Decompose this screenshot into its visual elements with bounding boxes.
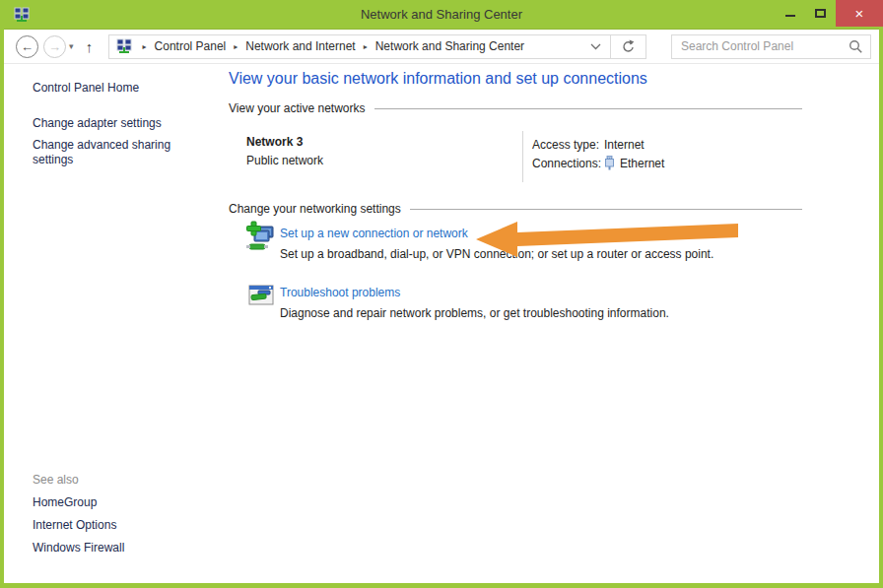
up-button[interactable]: ↑ — [80, 38, 100, 55]
close-icon: × — [855, 6, 864, 21]
network-type: Public network — [246, 152, 522, 170]
new-connection-icon — [245, 221, 277, 252]
breadcrumb-item-network-sharing-center[interactable]: Network and Sharing Center — [374, 39, 526, 53]
minimize-icon — [785, 15, 795, 17]
page-title: View your basic network information and … — [229, 70, 879, 88]
breadcrumb-item-control-panel[interactable]: Control Panel — [153, 39, 229, 53]
network-identity: Network 3 Public network — [246, 131, 522, 182]
search-box — [671, 34, 871, 59]
titlebar[interactable]: Network and Sharing Center × — [4, 0, 879, 30]
forward-icon: → — [48, 40, 61, 53]
navigation-toolbar: ← → ▾ ↑ ▸ Control Panel ▸ Network and In… — [4, 30, 879, 64]
section-divider — [410, 209, 802, 210]
access-type-row: Access type: Internet — [532, 135, 664, 154]
networking-settings-label: Change your networking settings — [229, 202, 401, 216]
network-details: Access type: Internet Connections: — [523, 131, 664, 182]
window-title: Network and Sharing Center — [4, 7, 879, 22]
close-button[interactable]: × — [836, 0, 883, 27]
minimize-button[interactable] — [775, 0, 805, 27]
see-also-label: See also — [33, 473, 209, 488]
sidebar-item-control-panel-home[interactable]: Control Panel Home — [33, 81, 209, 96]
setup-connection-description: Set up a broadband, dial-up, or VPN conn… — [280, 247, 713, 262]
back-button[interactable]: ← — [16, 35, 38, 58]
access-type-value: Internet — [604, 138, 645, 152]
up-icon: ↑ — [86, 38, 94, 55]
crumb-separator-icon: ▸ — [364, 42, 368, 51]
refresh-icon — [621, 39, 635, 53]
chevron-down-icon: ▾ — [69, 41, 74, 51]
network-sharing-center-window: Network and Sharing Center × ← → ▾ ↑ ▸ C… — [0, 0, 883, 588]
connections-value-link[interactable]: Ethernet — [620, 157, 664, 170]
sidebar-item-internet-options[interactable]: Internet Options — [33, 518, 209, 533]
network-name: Network 3 — [246, 133, 522, 152]
connections-label: Connections: — [532, 157, 604, 170]
search-icon[interactable] — [849, 39, 863, 54]
sidebar-item-homegroup[interactable]: HomeGroup — [33, 495, 209, 510]
address-dropdown-icon[interactable] — [590, 43, 601, 50]
recent-pages-dropdown[interactable]: ▾ — [69, 41, 74, 51]
crumb-separator-icon: ▸ — [234, 42, 238, 51]
sidebar-item-windows-firewall[interactable]: Windows Firewall — [33, 541, 209, 555]
setup-connection-item: Set up a new connection or network Set u… — [245, 221, 879, 262]
window-controls: × — [775, 0, 883, 27]
breadcrumb-item-network-and-internet[interactable]: Network and Internet — [243, 39, 357, 53]
sidebar-item-change-adapter-settings[interactable]: Change adapter settings — [33, 116, 209, 131]
active-network-row: Network 3 Public network Access type: In… — [246, 131, 879, 182]
connections-row: Connections: Ethernet — [532, 154, 664, 172]
section-divider — [374, 108, 802, 109]
networking-settings-section-header: Change your networking settings — [229, 202, 802, 216]
troubleshoot-link[interactable]: Troubleshoot problems — [280, 286, 669, 300]
refresh-button[interactable] — [610, 34, 645, 59]
forward-button[interactable]: → — [43, 35, 66, 58]
setup-connection-link[interactable]: Set up a new connection or network — [280, 227, 713, 241]
network-breadcrumb-icon — [116, 38, 132, 54]
troubleshoot-description: Diagnose and repair network problems, or… — [280, 306, 669, 321]
troubleshoot-text: Troubleshoot problems Diagnose and repai… — [280, 280, 669, 321]
troubleshoot-icon — [245, 280, 277, 311]
main-content: View your basic network information and … — [229, 64, 879, 583]
back-icon: ← — [21, 40, 34, 53]
breadcrumb[interactable]: ▸ Control Panel ▸ Network and Internet ▸… — [108, 34, 646, 59]
crumb-separator-icon: ▸ — [143, 42, 147, 51]
search-input[interactable] — [671, 34, 871, 59]
sidebar-item-change-advanced-sharing[interactable]: Change advanced sharing settings — [33, 138, 180, 167]
active-networks-label: View your active networks — [229, 101, 366, 115]
window-body: Control Panel Home Change adapter settin… — [4, 64, 879, 583]
see-also-section: See also HomeGroup Internet Options Wind… — [33, 473, 209, 563]
maximize-button[interactable] — [805, 0, 836, 27]
active-networks-section-header: View your active networks — [229, 101, 802, 115]
sidebar: Control Panel Home Change adapter settin… — [4, 64, 229, 583]
network-app-icon — [14, 7, 30, 23]
ethernet-icon — [604, 156, 615, 170]
maximize-icon — [815, 9, 826, 18]
access-type-label: Access type: — [532, 138, 604, 152]
setup-connection-text: Set up a new connection or network Set u… — [280, 221, 713, 262]
troubleshoot-item: Troubleshoot problems Diagnose and repai… — [245, 280, 879, 321]
